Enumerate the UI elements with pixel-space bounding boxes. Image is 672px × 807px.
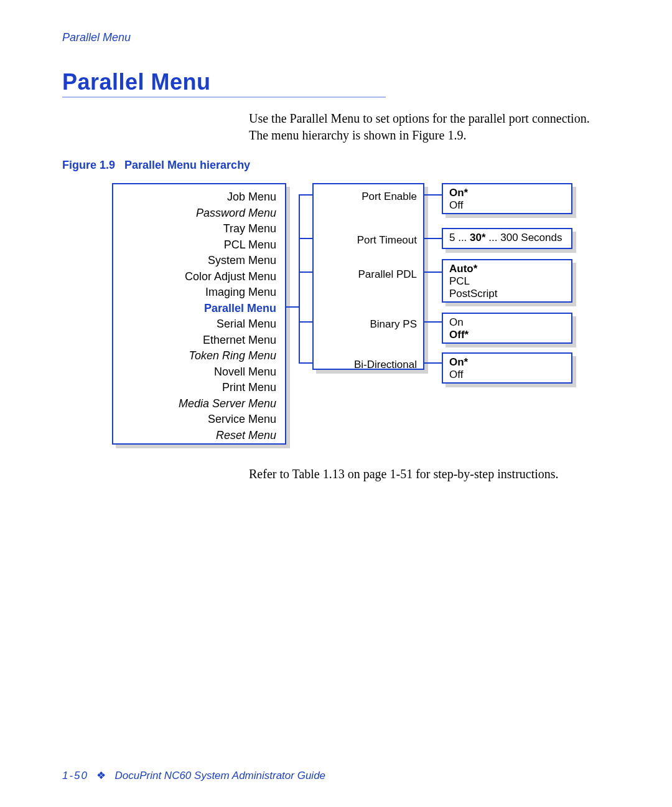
figure-number: Figure 1.9: [62, 159, 115, 171]
connector-line: [424, 194, 442, 196]
option-box: On*Off: [442, 352, 572, 384]
connector-line: [299, 194, 312, 196]
option-value: PCL: [449, 275, 565, 288]
option-value: On: [449, 316, 565, 329]
submenu-item: Port Timeout: [357, 234, 417, 247]
option-value: 5 ... 30* ... 300 Seconds: [449, 232, 565, 244]
figure-caption: Figure 1.9 Parallel Menu hierarchy: [62, 159, 610, 172]
menu-item: Reset Menu: [122, 428, 276, 444]
menu-item: Serial Menu: [122, 316, 276, 333]
option-box: 5 ... 30* ... 300 Seconds: [442, 228, 572, 249]
page-title: Parallel Menu: [62, 69, 610, 95]
main-menu-box: Job MenuPassword MenuTray MenuPCL MenuSy…: [112, 183, 286, 445]
connector-line: [299, 271, 312, 273]
menu-item: Password Menu: [122, 205, 276, 222]
submenu-item: Parallel PDL: [358, 268, 418, 281]
connector-line: [286, 306, 299, 308]
menu-item: Tray Menu: [122, 221, 276, 237]
menu-hierarchy-diagram: Job MenuPassword MenuTray MenuPCL MenuSy…: [62, 183, 610, 451]
submenu-item: Binary PS: [370, 318, 417, 331]
option-value: On*: [449, 187, 565, 199]
option-value: On*: [449, 356, 565, 369]
footer-title: DocuPrint NC60 System Administrator Guid…: [115, 770, 326, 781]
connector-line: [424, 321, 442, 323]
outro-paragraph: Refer to Table 1.13 on page 1-51 for ste…: [249, 466, 597, 483]
page-footer: 1-50 ❖ DocuPrint NC60 System Administrat…: [62, 769, 325, 782]
figure-title: Parallel Menu hierarchy: [124, 159, 250, 171]
menu-item: Print Menu: [122, 380, 276, 396]
option-box: OnOff*: [442, 313, 572, 344]
option-value: Off*: [449, 329, 565, 341]
menu-item: Job Menu: [122, 189, 276, 205]
option-value: Off: [449, 369, 565, 381]
submenu-item: Bi-Directional: [354, 359, 417, 371]
diamond-icon: ❖: [96, 770, 106, 781]
option-value: PostScript: [449, 288, 565, 300]
menu-item: Imaging Menu: [122, 285, 276, 301]
connector-line: [299, 362, 312, 364]
submenu-item: Port Enable: [362, 191, 417, 203]
heading-rule: [62, 97, 386, 98]
option-box: Auto*PCLPostScript: [442, 259, 572, 303]
menu-item: Token Ring Menu: [122, 348, 276, 364]
option-box: On*Off: [442, 183, 572, 214]
connector-line: [424, 362, 442, 364]
menu-item: Service Menu: [122, 412, 276, 428]
option-value: Auto*: [449, 263, 565, 275]
running-head: Parallel Menu: [62, 31, 610, 44]
connector-line: [299, 194, 300, 364]
menu-item: System Menu: [122, 253, 276, 269]
menu-item: PCL Menu: [122, 237, 276, 253]
intro-paragraph: Use the Parallel Menu to set options for…: [249, 110, 610, 144]
menu-item: Novell Menu: [122, 364, 276, 380]
submenu-box: Port EnablePort TimeoutParallel PDLBinar…: [312, 183, 424, 370]
menu-item: Color Adjust Menu: [122, 269, 276, 285]
connector-line: [424, 238, 442, 239]
connector-line: [299, 321, 312, 323]
option-value: Off: [449, 199, 565, 212]
connector-line: [299, 238, 312, 239]
menu-item: Media Server Menu: [122, 396, 276, 412]
menu-item: Parallel Menu: [122, 301, 276, 317]
menu-item: Ethernet Menu: [122, 333, 276, 349]
page-number: 1-50: [62, 770, 88, 781]
connector-line: [424, 271, 442, 273]
